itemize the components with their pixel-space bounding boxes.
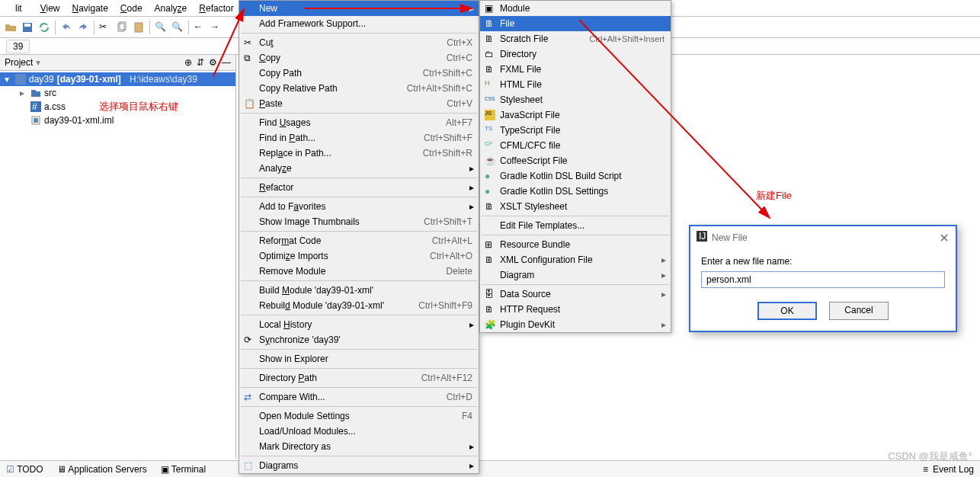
root-path: H:\ideaws\day39 xyxy=(130,74,197,85)
ctx-diagrams[interactable]: ⬚Diagrams▸ xyxy=(239,458,479,473)
coffee-icon: ☕ xyxy=(485,155,495,166)
undo-icon[interactable] xyxy=(60,21,72,34)
root-name: day39 xyxy=(29,74,54,85)
redo-icon[interactable] xyxy=(77,21,89,34)
ctx-local-history[interactable]: Local History▸ xyxy=(239,317,479,332)
ctx-mark-directory[interactable]: Mark Directory as▸ xyxy=(239,439,479,454)
copy-icon[interactable] xyxy=(116,21,128,34)
ctx-show-thumbnails[interactable]: Show Image ThumbnailsCtrl+Shift+T xyxy=(239,214,479,229)
status-app-servers[interactable]: 🖥 Application Servers xyxy=(57,464,147,475)
aim-icon[interactable]: ⊕ xyxy=(184,57,192,68)
ctx-open-module-settings[interactable]: Open Module SettingsF4 xyxy=(239,408,479,424)
sub-ts[interactable]: TSTypeScript File xyxy=(480,123,671,138)
sub-gradle-build[interactable]: ●Gradle Kotlin DSL Build Script xyxy=(480,168,671,184)
tree-root[interactable]: ▾ day39 [day39-01-xml] H:\ideaws\day39 xyxy=(0,72,235,86)
ctx-load-unload[interactable]: Load/Unload Modules... xyxy=(239,424,479,439)
cut-icon[interactable]: ✂ xyxy=(99,21,111,34)
ctx-paste[interactable]: 📋PasteCtrl+V xyxy=(239,96,479,111)
sub-plugin-devkit[interactable]: 🧩Plugin DevKit▸ xyxy=(480,317,671,332)
save-icon[interactable] xyxy=(21,21,34,34)
ctx-copy[interactable]: ⧉CopyCtrl+C xyxy=(239,50,479,66)
paste-icon: 📋 xyxy=(244,98,255,109)
sub-coffee[interactable]: ☕CoffeeScript File xyxy=(480,153,671,168)
sub-http-request[interactable]: 🗎HTTP Request xyxy=(480,302,671,317)
sub-directory[interactable]: 🗀Directory xyxy=(480,46,671,62)
watermark: CSDN @我是咸鱼° xyxy=(888,450,972,463)
gradle-icon: ● xyxy=(485,171,495,181)
open-icon[interactable] xyxy=(5,21,17,34)
ctx-remove-module[interactable]: Remove ModuleDelete xyxy=(239,264,479,279)
ctx-add-favorites[interactable]: Add to Favorites▸ xyxy=(239,199,479,214)
ctx-find-usages[interactable]: Find UsagesAlt+F7 xyxy=(239,115,479,130)
status-event-log[interactable]: ≡ Event Log xyxy=(923,464,974,475)
forward-icon[interactable]: → xyxy=(210,21,223,34)
sync-icon[interactable] xyxy=(38,21,50,34)
svg-rect-9 xyxy=(34,118,38,123)
paste-icon[interactable] xyxy=(133,21,145,34)
menu-analyze[interactable]: Analyze xyxy=(149,2,194,15)
collapse-icon[interactable]: ⇵ xyxy=(197,57,204,68)
status-todo[interactable]: ☑ TODO xyxy=(6,464,43,475)
ctx-analyze[interactable]: Analyze▸ xyxy=(239,161,479,176)
ctx-new[interactable]: New▸ xyxy=(239,1,479,16)
ctx-cut[interactable]: ✂CutCtrl+X xyxy=(239,35,479,50)
ctx-replace-in-path[interactable]: Replace in Path...Ctrl+Shift+R xyxy=(239,146,479,161)
ctx-directory-path[interactable]: Directory PathCtrl+Alt+F12 xyxy=(239,370,479,386)
sub-data-source[interactable]: 🗄Data Source▸ xyxy=(480,287,671,302)
project-panel: Project ▾ ⊕ ⇵ ⚙ — ▾ day39 [day39-01-xml]… xyxy=(0,55,236,459)
sub-stylesheet[interactable]: cssStylesheet xyxy=(480,92,671,107)
ctx-find-in-path[interactable]: Find in Path...Ctrl+Shift+F xyxy=(239,130,479,146)
ctx-copy-rel-path[interactable]: Copy Relative PathCtrl+Alt+Shift+C xyxy=(239,81,479,96)
ok-button[interactable]: OK xyxy=(757,302,817,320)
sub-fxml[interactable]: 🗎FXML File xyxy=(480,62,671,77)
dialog-title: New File xyxy=(712,232,748,243)
ctx-optimize-imports[interactable]: Optimize ImportsCtrl+Alt+O xyxy=(239,248,479,264)
ctx-synchronize[interactable]: ⟳Synchronize 'day39' xyxy=(239,332,479,347)
filename-input[interactable] xyxy=(701,271,945,288)
sub-edit-templates[interactable]: Edit File Templates... xyxy=(480,218,671,233)
breadcrumb-item[interactable]: 39 xyxy=(6,40,30,53)
fxml-icon: 🗎 xyxy=(485,64,495,75)
diagram-icon: ⬚ xyxy=(244,460,255,471)
ctx-add-framework[interactable]: Add Framework Support... xyxy=(239,16,479,31)
dialog-icon: IJ xyxy=(697,231,707,244)
sub-scratch[interactable]: 🗎Scratch FileCtrl+Alt+Shift+Insert xyxy=(480,31,671,46)
find-icon[interactable]: 🔍 xyxy=(155,21,167,34)
iml-icon xyxy=(30,115,41,126)
back-icon[interactable]: ← xyxy=(194,21,206,34)
sub-cfml[interactable]: CFCFML/CFC file xyxy=(480,138,671,153)
close-icon[interactable] xyxy=(939,232,950,243)
ctx-refactor[interactable]: Refactor▸ xyxy=(239,180,479,195)
ctx-rebuild-module[interactable]: Rebuild Module 'day39-01-xml'Ctrl+Shift+… xyxy=(239,298,479,313)
menu-view[interactable]: View xyxy=(34,2,66,15)
gear-icon[interactable]: ⚙ xyxy=(209,57,217,68)
menu-lit[interactable]: lit xyxy=(3,2,34,15)
http-icon: 🗎 xyxy=(485,304,495,315)
sub-file[interactable]: 🗎File xyxy=(480,16,671,31)
ts-icon: TS xyxy=(485,125,495,136)
status-terminal[interactable]: ▣ Terminal xyxy=(161,464,206,475)
sub-gradle-settings[interactable]: ●Gradle Kotlin DSL Settings xyxy=(480,184,671,199)
menu-code[interactable]: Code xyxy=(114,2,149,15)
cancel-button[interactable]: Cancel xyxy=(829,302,889,320)
sub-xslt[interactable]: 🗎XSLT Stylesheet xyxy=(480,199,671,214)
html-icon: H xyxy=(485,79,495,90)
sub-diagram[interactable]: Diagram▸ xyxy=(480,267,671,283)
ctx-build-module[interactable]: Build Module 'day39-01-xml' xyxy=(239,283,479,298)
tree-iml[interactable]: day39-01-xml.iml xyxy=(0,114,235,127)
folder-icon: 🗀 xyxy=(485,49,495,59)
tree-src[interactable]: ▸ src xyxy=(0,86,235,100)
hide-icon[interactable]: — xyxy=(222,57,231,68)
sub-resource-bundle[interactable]: ⊞Resource Bundle xyxy=(480,237,671,252)
sub-html[interactable]: HHTML File xyxy=(480,77,671,92)
sub-module[interactable]: ▣Module xyxy=(480,1,671,16)
replace-icon[interactable]: 🔍 xyxy=(171,21,184,34)
sub-xml-config[interactable]: 🗎XML Configuration File▸ xyxy=(480,252,671,267)
ctx-compare[interactable]: ⇄Compare With...Ctrl+D xyxy=(239,389,479,405)
sub-js[interactable]: JSJavaScript File xyxy=(480,107,671,123)
ctx-copy-path[interactable]: Copy PathCtrl+Shift+C xyxy=(239,66,479,81)
ctx-show-explorer[interactable]: Show in Explorer xyxy=(239,351,479,367)
menu-navigate[interactable]: Navigate xyxy=(66,2,114,15)
ctx-reformat[interactable]: Reformat CodeCtrl+Alt+L xyxy=(239,233,479,248)
menu-refactor[interactable]: Refactor xyxy=(193,2,239,15)
